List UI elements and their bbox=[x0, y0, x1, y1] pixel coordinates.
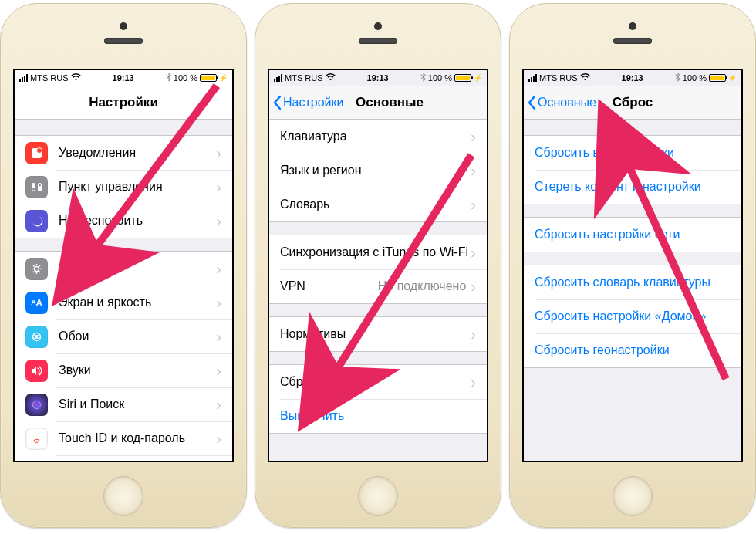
settings-group-notifications: Уведомления › Пункт управления › bbox=[15, 135, 232, 238]
row-vpn[interactable]: VPN Не подключено › bbox=[269, 269, 487, 303]
status-bar: MTS RUS 19:13 100 % ⚡ bbox=[524, 70, 741, 86]
row-reset-location[interactable]: Сбросить геонастройки bbox=[524, 333, 741, 367]
page-title: Настройки bbox=[15, 95, 232, 110]
svg-point-5 bbox=[39, 184, 41, 186]
row-keyboard[interactable]: Клавиатура › bbox=[269, 120, 487, 154]
siri-icon bbox=[25, 394, 48, 416]
home-button[interactable] bbox=[613, 476, 653, 516]
charging-icon: ⚡ bbox=[728, 74, 737, 82]
controlcenter-icon bbox=[25, 176, 48, 198]
row-reset-keyboard[interactable]: Сбросить словарь клавиатуры bbox=[524, 265, 741, 299]
general-icon bbox=[25, 258, 48, 280]
chevron-right-icon: › bbox=[216, 294, 221, 312]
row-wallpaper[interactable]: Обои › bbox=[15, 319, 232, 353]
sounds-icon bbox=[25, 360, 48, 382]
svg-point-3 bbox=[32, 188, 35, 190]
phone-frame-3: MTS RUS 19:13 100 % ⚡ bbox=[509, 3, 756, 528]
row-erase-all[interactable]: Стереть контент и настройки bbox=[524, 170, 741, 204]
signal-icon bbox=[19, 74, 28, 82]
settings-group-general: Основные › AA Экран и яркость › Обои › bbox=[15, 251, 232, 461]
battery-pct-label: 100 % bbox=[428, 73, 452, 83]
display-icon: AA bbox=[25, 292, 48, 314]
touchid-icon bbox=[25, 428, 48, 450]
status-bar: MTS RUS 19:13 100 % ⚡ bbox=[269, 70, 487, 86]
back-button[interactable]: Основные bbox=[524, 95, 596, 110]
row-language[interactable]: Язык и регион › bbox=[269, 154, 487, 188]
row-reset-all[interactable]: Сбросить все настройки bbox=[524, 136, 741, 170]
wifi-icon bbox=[71, 73, 81, 83]
battery-icon bbox=[454, 74, 471, 82]
svg-line-11 bbox=[33, 265, 34, 266]
back-label: Основные bbox=[538, 96, 596, 110]
nav-bar: Основные Сброс bbox=[524, 86, 741, 120]
bluetooth-icon bbox=[166, 73, 171, 83]
chevron-right-icon: › bbox=[471, 373, 476, 391]
general-group-lang: Клавиатура › Язык и регион › Словарь › bbox=[269, 120, 487, 222]
phone-frame-2: MTS RUS 19:13 100 % ⚡ bbox=[255, 3, 501, 528]
reset-group-1: Сбросить все настройки Стереть контент и… bbox=[524, 135, 741, 204]
carrier-label: MTS RUS bbox=[30, 73, 69, 83]
back-label: Настройки bbox=[283, 96, 343, 110]
chevron-right-icon: › bbox=[216, 212, 221, 230]
wifi-icon bbox=[580, 73, 590, 83]
battery-icon bbox=[200, 74, 217, 82]
chevron-right-icon: › bbox=[216, 430, 221, 448]
vpn-status: Не подключено bbox=[378, 279, 467, 293]
svg-line-14 bbox=[33, 271, 34, 272]
row-siri[interactable]: Siri и Поиск › bbox=[15, 387, 232, 421]
svg-point-6 bbox=[35, 266, 39, 271]
nav-bar: Настройки Основные bbox=[269, 86, 487, 120]
phone-frame-1: MTS RUS 19:13 100 % ⚡ Настройки bbox=[0, 3, 247, 528]
row-display[interactable]: AA Экран и яркость › bbox=[15, 286, 232, 319]
signal-icon bbox=[528, 74, 537, 82]
clock-label: 19:13 bbox=[622, 73, 643, 83]
row-sos[interactable]: SOS Экстренный вызов — SOS bbox=[15, 455, 232, 461]
general-group-reset: Сброс › Выключить bbox=[269, 364, 487, 434]
signal-icon bbox=[274, 74, 282, 82]
row-regulatory[interactable]: Нормативы › bbox=[269, 317, 487, 351]
carrier-label: MTS RUS bbox=[285, 73, 323, 83]
row-touchid[interactable]: Touch ID и код-пароль › bbox=[15, 421, 232, 455]
row-dictionary[interactable]: Словарь › bbox=[269, 188, 487, 221]
chevron-right-icon: › bbox=[471, 162, 476, 180]
row-reset-network[interactable]: Сбросить настройки сети bbox=[524, 218, 741, 252]
battery-pct-label: 100 % bbox=[683, 73, 707, 83]
row-reset[interactable]: Сброс › bbox=[269, 365, 487, 399]
chevron-right-icon: › bbox=[216, 362, 221, 380]
notifications-icon bbox=[25, 142, 48, 164]
row-itunes-wifi[interactable]: Синхронизация с iTunes по Wi-Fi › bbox=[269, 235, 487, 269]
row-shutdown[interactable]: Выключить bbox=[269, 399, 487, 433]
bluetooth-icon bbox=[420, 73, 426, 83]
general-group-regulatory: Нормативы › bbox=[269, 316, 487, 352]
row-notifications[interactable]: Уведомления › bbox=[15, 136, 232, 170]
home-button[interactable] bbox=[358, 476, 398, 516]
chevron-right-icon: › bbox=[471, 196, 476, 214]
row-reset-home[interactable]: Сбросить настройки «Домой» bbox=[524, 299, 741, 333]
home-button[interactable] bbox=[103, 476, 143, 516]
row-dnd[interactable]: Не беспокоить › bbox=[15, 204, 232, 238]
carrier-label: MTS RUS bbox=[539, 73, 578, 83]
general-group-sync: Синхронизация с iTunes по Wi-Fi › VPN Не… bbox=[269, 235, 487, 304]
bluetooth-icon bbox=[675, 73, 680, 83]
chevron-right-icon: › bbox=[471, 244, 476, 262]
reset-group-2: Сбросить настройки сети bbox=[524, 217, 741, 252]
status-bar: MTS RUS 19:13 100 % ⚡ bbox=[15, 70, 232, 86]
reset-group-3: Сбросить словарь клавиатуры Сбросить нас… bbox=[524, 265, 741, 368]
svg-point-16 bbox=[35, 336, 38, 338]
battery-icon bbox=[709, 74, 726, 82]
wifi-icon bbox=[326, 73, 336, 83]
svg-line-13 bbox=[39, 265, 40, 266]
svg-line-12 bbox=[39, 271, 40, 272]
chevron-right-icon: › bbox=[471, 278, 476, 296]
chevron-right-icon: › bbox=[471, 326, 476, 343]
chevron-right-icon: › bbox=[471, 128, 476, 146]
clock-label: 19:13 bbox=[113, 73, 134, 83]
chevron-right-icon: › bbox=[216, 260, 221, 278]
dnd-icon bbox=[25, 210, 48, 232]
back-button[interactable]: Настройки bbox=[269, 95, 343, 110]
row-control-center[interactable]: Пункт управления › bbox=[15, 170, 232, 204]
nav-bar: Настройки bbox=[15, 86, 232, 120]
svg-rect-1 bbox=[37, 147, 42, 153]
row-general[interactable]: Основные › bbox=[15, 252, 232, 286]
row-sounds[interactable]: Звуки › bbox=[15, 353, 232, 387]
